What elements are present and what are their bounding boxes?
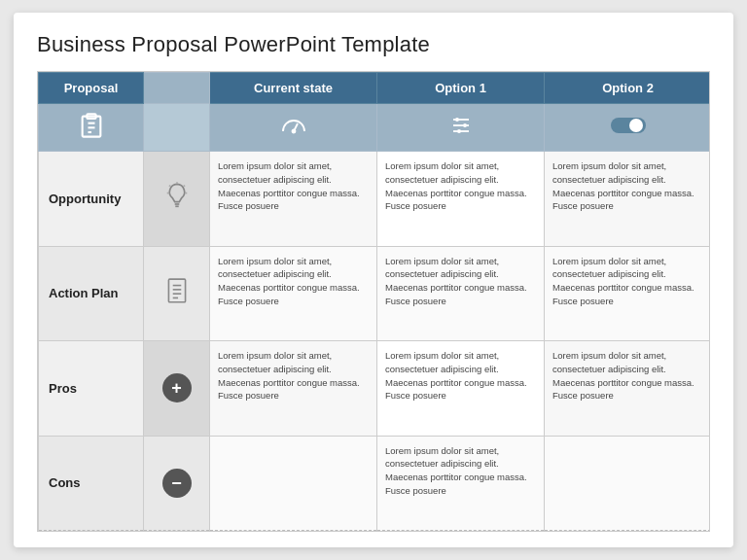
proposal-table: Proposal Current state Option 1 Option 2: [38, 72, 710, 531]
cons-row: Cons − Lorem ipsum dolor sit amet, conse…: [39, 436, 711, 531]
action-plan-label: Action Plan: [39, 246, 144, 341]
cons-icon-wrapper: −: [152, 469, 201, 498]
action-plan-current-text: Lorem ipsum dolor sit amet, consectetuer…: [210, 246, 377, 341]
pros-current-text: Lorem ipsum dolor sit amet, consectetuer…: [210, 341, 377, 437]
sliders-icon: [447, 114, 475, 137]
speedometer-icon: [279, 114, 308, 137]
toggle-icon: [611, 116, 646, 135]
header-filter-icon-cell: [377, 104, 545, 152]
opportunity-opt1-text: Lorem ipsum dolor sit amet, consectetuer…: [377, 152, 545, 247]
option2-header: Option 2: [545, 73, 711, 104]
current-header: Current state: [210, 73, 377, 104]
pros-row: Pros + Lorem ipsum dolor sit amet, conse…: [39, 341, 711, 437]
opportunity-icon-cell: [144, 152, 210, 247]
minus-icon: −: [162, 469, 192, 498]
svg-point-11: [463, 123, 467, 127]
icon-header: [144, 73, 210, 104]
opportunity-opt2-text: Lorem ipsum dolor sit amet, consectetuer…: [545, 152, 711, 247]
pros-icon-cell: +: [144, 341, 210, 437]
action-plan-opt1-text: Lorem ipsum dolor sit amet, consectetuer…: [377, 246, 545, 341]
header-toggle-icon-cell: [545, 104, 711, 152]
svg-point-14: [629, 119, 643, 132]
header-icon-spacer: [144, 104, 210, 152]
pros-opt1-text: Lorem ipsum dolor sit amet, consectetuer…: [377, 341, 545, 437]
cons-current-text: [210, 436, 377, 531]
opportunity-label: Opportunity: [39, 152, 144, 247]
opportunity-current-text: Lorem ipsum dolor sit amet, consectetuer…: [210, 152, 377, 247]
icon-row: [39, 104, 711, 152]
lightbulb-icon: [163, 181, 191, 212]
option1-header: Option 1: [377, 73, 545, 104]
cons-label: Cons: [39, 436, 144, 531]
pros-opt2-text: Lorem ipsum dolor sit amet, consectetuer…: [545, 341, 711, 437]
pros-label: Pros: [39, 341, 144, 437]
action-plan-icon-cell: [144, 246, 210, 341]
pros-icon-wrapper: +: [152, 373, 201, 402]
header-icon-label: [39, 104, 144, 152]
cons-opt2-text: [545, 436, 711, 531]
cons-icon-cell: −: [144, 436, 210, 531]
header-speedometer-icon-cell: [210, 104, 377, 152]
svg-point-12: [457, 129, 461, 133]
svg-line-20: [169, 186, 170, 187]
slide: Business Proposal PowerPoint Template Pr…: [14, 13, 733, 547]
opportunity-row: Opportunity: [39, 152, 711, 247]
cons-opt1-text: Lorem ipsum dolor sit amet, consectetuer…: [377, 436, 545, 531]
action-plan-opt2-text: Lorem ipsum dolor sit amet, consectetuer…: [545, 246, 711, 341]
proposal-header: Proposal: [39, 73, 144, 104]
header-row: Proposal Current state Option 1 Option 2: [39, 73, 711, 104]
slide-title: Business Proposal PowerPoint Template: [37, 32, 710, 57]
document-list-icon: [164, 277, 190, 306]
action-plan-row: Action Plan Lorem ipsum dolor sit amet, …: [39, 246, 711, 341]
clipboard-icon: [78, 112, 105, 139]
table-wrapper: Proposal Current state Option 1 Option 2: [37, 71, 710, 532]
svg-line-18: [183, 186, 184, 187]
svg-point-10: [455, 118, 459, 122]
plus-icon: +: [162, 373, 192, 402]
svg-point-6: [292, 130, 295, 133]
